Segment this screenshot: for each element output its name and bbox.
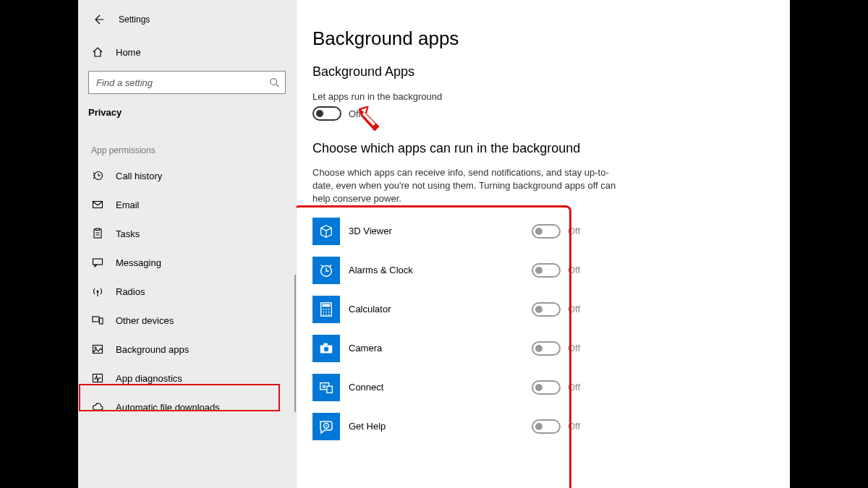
sidebar-item-background-apps[interactable]: Background apps	[78, 335, 296, 364]
svg-rect-28	[323, 343, 328, 345]
app-row-camera: Camera Off	[312, 329, 580, 368]
sidebar-item-label: Messaging	[116, 257, 161, 268]
app-row-alarms: Alarms & Clock Off	[312, 251, 580, 290]
app-toggle-state: Off	[568, 382, 580, 393]
search-input[interactable]	[96, 77, 241, 88]
svg-rect-30	[327, 386, 332, 393]
radio-icon	[91, 285, 104, 298]
app-toggle[interactable]	[532, 380, 561, 395]
choose-title: Choose which apps can run in the backgro…	[312, 141, 768, 156]
svg-point-0	[271, 79, 277, 85]
sidebar-item-label: Background apps	[116, 344, 189, 355]
svg-point-19	[328, 309, 330, 310]
app-name-label: Calculator	[349, 304, 532, 314]
app-name-label: 3D Viewer	[349, 226, 532, 236]
svg-point-17	[323, 309, 324, 310]
svg-point-21	[326, 311, 327, 312]
svg-rect-6	[93, 259, 103, 265]
devices-icon	[91, 314, 104, 327]
svg-point-24	[326, 314, 327, 315]
main-content: Background apps Background Apps Let apps…	[297, 0, 790, 488]
svg-point-23	[323, 314, 324, 315]
app-toggle-state: Off	[568, 421, 580, 432]
app-row-calculator: Calculator Off	[312, 290, 580, 329]
app-toggle-state: Off	[568, 265, 580, 275]
sidebar-item-app-diagnostics[interactable]: App diagnostics	[78, 364, 296, 393]
master-caption: Let apps run in the background	[312, 91, 768, 102]
master-toggle[interactable]	[312, 106, 341, 121]
sidebar-item-label: Radios	[116, 286, 145, 297]
svg-rect-10	[100, 318, 103, 324]
scrollbar-indicator[interactable]	[294, 275, 296, 412]
3d-viewer-icon	[312, 218, 340, 245]
sidebar-item-label: Automatic file downloads	[116, 402, 220, 413]
app-toggle[interactable]	[532, 263, 561, 278]
sidebar-section: Privacy	[78, 101, 296, 128]
header: Settings	[78, 10, 296, 29]
sidebar-item-tasks[interactable]: Tasks	[78, 219, 296, 248]
connect-icon	[312, 374, 340, 401]
app-name-label: Get Help	[349, 421, 532, 432]
sidebar-home[interactable]: Home	[78, 38, 296, 67]
app-toggle[interactable]	[532, 419, 561, 434]
sidebar-item-label: Call history	[116, 171, 162, 181]
page-subtitle: Background Apps	[312, 64, 768, 80]
app-toggle-state: Off	[568, 226, 580, 236]
sidebar-item-auto-downloads[interactable]: Automatic file downloads	[78, 393, 296, 421]
cloud-icon	[91, 401, 104, 414]
sidebar-item-label: Tasks	[116, 228, 140, 239]
svg-rect-9	[93, 317, 99, 322]
diagnostics-icon	[91, 372, 104, 385]
picture-icon	[91, 343, 104, 356]
app-row-get-help: ? Get Help Off	[312, 407, 580, 446]
camera-icon	[312, 335, 340, 362]
calculator-icon	[312, 296, 340, 323]
sidebar-item-email[interactable]: Email	[78, 190, 296, 219]
back-button[interactable]	[91, 12, 106, 27]
svg-rect-5	[96, 228, 100, 231]
choose-description: Choose which apps can receive info, send…	[312, 166, 616, 206]
clipboard-icon	[91, 227, 104, 240]
window-title: Settings	[119, 14, 150, 25]
app-toggle-state: Off	[568, 343, 580, 354]
sidebar-item-label: Email	[116, 200, 140, 210]
svg-rect-16	[323, 304, 331, 307]
sidebar: Settings Home Privacy App permissions Ca…	[78, 0, 297, 488]
app-name-label: Connect	[349, 382, 532, 393]
mail-icon	[91, 198, 104, 211]
sidebar-item-call-history[interactable]: Call history	[78, 161, 296, 190]
home-label: Home	[116, 47, 141, 58]
svg-point-25	[328, 314, 330, 315]
svg-text:?: ?	[325, 424, 327, 428]
svg-point-20	[323, 311, 324, 312]
sidebar-item-other-devices[interactable]: Other devices	[78, 306, 296, 335]
sidebar-item-messaging[interactable]: Messaging	[78, 248, 296, 277]
page-title: Background apps	[312, 27, 768, 50]
sidebar-item-radios[interactable]: Radios	[78, 277, 296, 306]
app-toggle[interactable]	[532, 224, 561, 239]
svg-point-12	[95, 347, 96, 348]
app-toggle[interactable]	[532, 302, 561, 317]
search-box[interactable]	[88, 71, 286, 94]
app-list: 3D Viewer Off Alarms & Clock Off	[312, 212, 768, 446]
app-toggle-state: Off	[568, 304, 580, 314]
app-name-label: Camera	[349, 343, 532, 354]
sidebar-item-label: Other devices	[116, 315, 174, 326]
svg-point-18	[326, 309, 327, 310]
chat-icon	[91, 256, 104, 269]
master-toggle-state: Off	[349, 108, 361, 119]
svg-line-1	[276, 85, 279, 87]
get-help-icon: ?	[312, 413, 340, 440]
home-icon	[91, 46, 104, 59]
settings-window: Settings Home Privacy App permissions Ca…	[78, 0, 790, 488]
app-toggle[interactable]	[532, 341, 561, 356]
search-icon	[269, 77, 279, 87]
app-row-connect: Connect Off	[312, 368, 580, 407]
app-name-label: Alarms & Clock	[349, 265, 532, 275]
svg-point-27	[324, 346, 328, 351]
back-arrow-icon	[93, 14, 104, 25]
sidebar-group: App permissions	[78, 128, 296, 161]
alarms-icon	[312, 257, 340, 284]
svg-point-22	[328, 311, 330, 312]
sidebar-item-label: App diagnostics	[116, 373, 182, 384]
